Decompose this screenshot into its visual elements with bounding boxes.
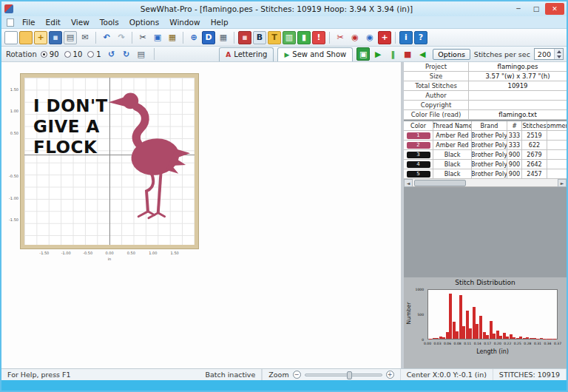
cut-icon[interactable]: ✂ (136, 31, 149, 44)
titlebar: SewWhat-Pro - [flamingo.pes - Stitches: … (1, 1, 567, 16)
menu-file[interactable]: File (17, 18, 41, 27)
thread-row[interactable]: 2Amber RedBrother Poly333622 (404, 141, 567, 150)
scroll-left-icon[interactable]: ◄ (404, 179, 413, 187)
thread-row[interactable]: 3BlackBrother Poly9002679 (404, 150, 567, 160)
maximize-button[interactable]: □ (527, 3, 545, 15)
scroll-right-icon[interactable]: ► (558, 179, 567, 187)
lettering-tab-icon: A (226, 51, 231, 58)
save-icon[interactable]: ▪ (49, 31, 62, 44)
project-info-value: 10919 (469, 81, 567, 91)
email-icon[interactable]: ✉ (78, 31, 92, 44)
menu-help[interactable]: Help (206, 18, 234, 27)
close-button[interactable]: ✕ (545, 3, 564, 15)
flamingo-design[interactable] (104, 82, 192, 239)
zoom-slider-thumb[interactable] (347, 371, 352, 379)
design-canvas[interactable]: I DON'TGIVE AFLOCK (1, 62, 401, 368)
window-title: SewWhat-Pro - [flamingo.pes - Stitches: … (46, 4, 507, 13)
copy-icon[interactable]: ▣ (151, 31, 164, 44)
hscroll-track[interactable] (413, 179, 558, 186)
chart-xlabel: Length (in) (427, 348, 558, 355)
menu-tools[interactable]: Tools (95, 18, 124, 27)
sew-and-show-tab-label: Sew and Show (292, 50, 346, 58)
menu-window[interactable]: Window (164, 18, 205, 27)
thread-table-hscrollbar[interactable]: ◄ ► (404, 179, 567, 187)
spinner-up-icon[interactable] (555, 49, 563, 54)
undo-icon[interactable]: ↶ (100, 31, 113, 44)
pause-icon[interactable]: ‖ (386, 47, 399, 61)
zoom-label: Zoom (268, 371, 288, 379)
thread-table-header: ColorThread NameBrand#StitchesComment (404, 121, 567, 131)
merge-file-icon[interactable]: + (34, 31, 47, 44)
thread-col-header[interactable]: Comment (547, 121, 567, 131)
thread-col-header[interactable]: Thread Name (433, 121, 472, 131)
info-icon[interactable]: i (399, 31, 413, 44)
project-info-value: flamingo.pes (469, 62, 567, 72)
print-design-icon[interactable]: ▤ (135, 47, 148, 61)
rotation-option-label: 1 (96, 50, 101, 58)
lettering-icon[interactable]: B (253, 31, 266, 44)
open-folder-icon[interactable] (19, 31, 33, 44)
options-button[interactable]: Options (433, 49, 470, 60)
menu-edit[interactable]: Edit (41, 18, 66, 27)
lettering-tab-label: Lettering (234, 50, 267, 58)
spinner-down-icon[interactable] (555, 54, 563, 59)
chart-x-ticks: 0.000.030.060.080.110.140.170.200.220.25… (427, 342, 558, 346)
design-text[interactable]: I DON'TGIVE AFLOCK (33, 95, 108, 158)
tab-lettering[interactable]: A Lettering (219, 47, 274, 61)
help-icon[interactable]: ? (414, 31, 427, 44)
chart-bar (506, 337, 509, 339)
thread-code-cell: 900 (507, 160, 522, 169)
play-icon[interactable]: ▶ (371, 47, 385, 61)
thread-row[interactable]: 5BlackBrother Poly9002457 (404, 169, 567, 179)
new-document-icon[interactable] (4, 31, 18, 44)
rewind-icon[interactable]: ◀ (416, 47, 429, 61)
rotate-cw-icon[interactable]: ↻ (120, 47, 133, 61)
chart-x-tick: 0.20 (494, 342, 501, 345)
menu-view[interactable]: View (66, 18, 95, 27)
thread-row[interactable]: 4BlackBrother Poly9002642 (404, 160, 567, 169)
sew-simulator-icon[interactable]: ▣ (356, 47, 370, 61)
join-threads-blue-icon[interactable]: ◉ (363, 31, 376, 44)
rotation-option-1[interactable]: 1 (87, 50, 101, 58)
rotation-option-10[interactable]: 10 (64, 50, 83, 58)
hscroll-thumb[interactable] (414, 180, 466, 186)
thread-row[interactable]: 1Amber RedBrother Poly3332519 (404, 131, 567, 141)
flag-icon[interactable]: + (378, 31, 391, 44)
minimize-button[interactable]: ─ (510, 3, 527, 15)
thread-code-cell: 900 (507, 169, 522, 179)
print-icon[interactable]: ▤ (64, 31, 77, 44)
chart-x-tick: 0.14 (474, 342, 481, 345)
ruler-y-label: -1.50 (4, 217, 18, 222)
status-help-text: For Help, press F1 (1, 369, 199, 380)
zoom-slider[interactable] (305, 374, 382, 376)
save-design-icon[interactable]: ▪ (238, 31, 251, 44)
stop-icon[interactable]: ■ (401, 47, 414, 61)
rotate-ccw-icon[interactable]: ↺ (105, 47, 118, 61)
tab-sew-and-show[interactable]: ▶ Sew and Show (277, 47, 353, 61)
palette-icon[interactable]: ▥ (283, 31, 296, 44)
thread-spool-icon[interactable]: T (268, 31, 281, 44)
thread-col-header[interactable]: Color (404, 121, 433, 131)
zoom-out-icon[interactable]: − (293, 371, 301, 379)
zoom-icon[interactable]: ⊕ (187, 31, 200, 44)
hoop-icon[interactable]: D (202, 31, 215, 44)
join-threads-red-icon[interactable]: ◉ (348, 31, 362, 44)
thread-col-header[interactable]: # (507, 121, 522, 131)
ruler-y-label: -1.00 (4, 196, 18, 200)
warning-icon[interactable]: ! (312, 31, 325, 44)
paste-icon[interactable]: ▦ (166, 31, 179, 44)
zoom-in-icon[interactable]: + (386, 371, 394, 379)
density-chart-icon[interactable]: ▮ (297, 31, 311, 44)
redo-icon[interactable]: ↷ (115, 31, 128, 44)
thread-color-swatch: 4 (407, 161, 430, 168)
thread-col-header[interactable]: Stitches (522, 121, 547, 131)
thread-name-cell: Black (433, 150, 472, 160)
menu-options[interactable]: Options (124, 18, 165, 27)
grid-icon[interactable]: ▦ (217, 31, 230, 44)
chart-x-tick: 0.25 (514, 342, 521, 345)
design-grid: I DON'TGIVE AFLOCK (24, 78, 195, 245)
stitches-per-sec-spinner[interactable]: 200 (534, 48, 564, 60)
split-design-icon[interactable]: ✂ (334, 31, 347, 44)
thread-col-header[interactable]: Brand (472, 121, 507, 131)
rotation-option-90[interactable]: 90 (41, 50, 59, 58)
